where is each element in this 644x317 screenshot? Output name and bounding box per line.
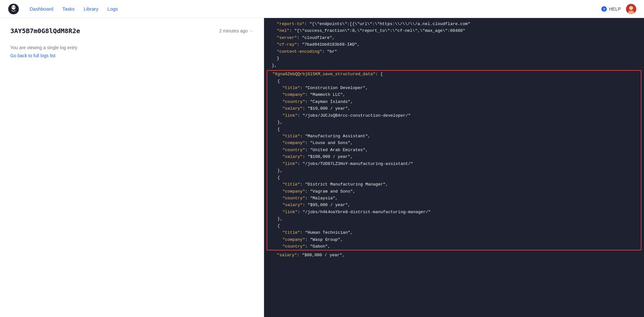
code-line: }, xyxy=(267,167,641,174)
code-line: "company": "Wasp Group", xyxy=(267,236,641,243)
code-line: "link": "/jobs/JUCJsQB4rcc-construction-… xyxy=(267,112,641,119)
svg-point-2 xyxy=(12,6,13,7)
code-viewer[interactable]: "report-to": "{\"endpoints\":[{\"url\":\… xyxy=(264,18,644,317)
navbar-right: ? HELP xyxy=(601,4,636,14)
log-time: 2 minutes ago → xyxy=(219,28,253,33)
log-header: 3AY5B7m0G8lQdM8R2e 2 minutes ago → xyxy=(10,27,253,35)
code-line: }, xyxy=(264,62,644,69)
left-panel: 3AY5B7m0G8lQdM8R2e 2 minutes ago → You a… xyxy=(0,18,264,317)
code-line: "company": "Mammoth LLC", xyxy=(267,91,641,98)
code-line: "country": "Cayman Islands", xyxy=(267,98,641,105)
help-button[interactable]: ? HELP xyxy=(601,6,621,12)
nav-library[interactable]: Library xyxy=(84,6,99,12)
svg-point-3 xyxy=(14,6,15,7)
app-logo[interactable] xyxy=(8,3,19,15)
code-line: { xyxy=(267,174,641,181)
highlighted-json-section: "Xgna6ZmbQQrbjGl5KM_save_structured_data… xyxy=(267,70,641,250)
code-line: "country": "Gabon", xyxy=(267,243,641,250)
code-line: { xyxy=(267,78,641,85)
log-id: 3AY5B7m0G8lQdM8R2e xyxy=(10,27,80,35)
code-line: { xyxy=(267,126,641,133)
code-line: "salary": "$10,000 / year", xyxy=(267,105,641,112)
svg-point-1 xyxy=(12,5,15,10)
code-line: }, xyxy=(267,119,641,126)
code-line: "company": "Vagram and Sons", xyxy=(267,188,641,195)
code-line: "cf-ray": "7bad841bb8183b68-IAD", xyxy=(264,41,644,48)
help-label: HELP xyxy=(609,6,621,12)
svg-text:?: ? xyxy=(603,7,605,11)
code-line: "report-to": "{\"endpoints\":[{\"url\":\… xyxy=(264,21,644,27)
code-line: "company": "Louse and Sons", xyxy=(267,140,641,146)
code-block: "report-to": "{\"endpoints\":[{\"url\":\… xyxy=(264,18,644,261)
code-line: "link": "/jobs/TUD87LZ3HoY-manufacturing… xyxy=(267,160,641,167)
code-line: "title": "Construction Developer", xyxy=(267,85,641,91)
code-line: "country": "Malaysia", xyxy=(267,195,641,202)
code-line: { xyxy=(267,222,641,229)
code-line: "salary": "$80,000 / year", xyxy=(264,252,644,258)
code-line: "title": "Human Technician", xyxy=(267,229,641,236)
code-line: "salary": "$108,000 / year", xyxy=(267,153,641,160)
back-to-logs-link[interactable]: Go back to full logs list xyxy=(10,53,55,58)
code-line: "title": "Manufacturing Assistant", xyxy=(267,133,641,140)
code-line: "nel": "{\"success_fraction\":0,\"report… xyxy=(264,27,644,34)
code-line: "country": "United Arab Emirates", xyxy=(267,147,641,153)
nav-dashboard[interactable]: Dashboard xyxy=(30,6,53,12)
svg-point-7 xyxy=(629,6,633,10)
viewing-single-entry-text: You are viewing a single log entry xyxy=(10,45,253,50)
code-line: }, xyxy=(267,215,641,222)
code-line: "Xgna6ZmbQQrbjGl5KM_save_structured_data… xyxy=(267,71,641,77)
user-avatar[interactable] xyxy=(626,4,636,14)
code-line: "server": "cloudflare", xyxy=(264,34,644,41)
main-layout: 3AY5B7m0G8lQdM8R2e 2 minutes ago → You a… xyxy=(0,18,644,317)
nav-tasks[interactable]: Tasks xyxy=(62,6,74,12)
code-line: "link": "/jobs/h4k4oaYbre8-district-manu… xyxy=(267,209,641,215)
code-line: "salary": "$95,000 / year", xyxy=(267,202,641,208)
nav-logs[interactable]: Logs xyxy=(108,6,118,12)
navbar: Dashboard Tasks Library Logs ? HELP xyxy=(0,0,644,18)
code-line: "title": "District Manufacturing Manager… xyxy=(267,181,641,188)
code-line: } xyxy=(264,55,644,62)
nav-links: Dashboard Tasks Library Logs xyxy=(30,6,591,12)
help-icon: ? xyxy=(601,6,607,12)
time-arrow-icon: → xyxy=(249,28,253,33)
code-line: "content-encoding": "br" xyxy=(264,48,644,55)
